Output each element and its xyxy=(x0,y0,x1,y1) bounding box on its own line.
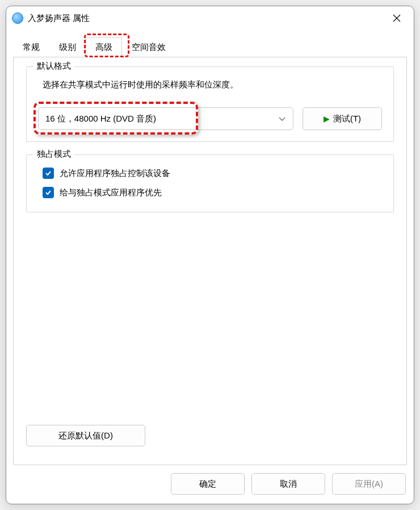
tab-general[interactable]: 常规 xyxy=(13,37,49,57)
content-area: 常规 级别 高级 空间音效 默认格式 选择在共享模式中运行时使用的采样频率和位深… xyxy=(6,30,414,465)
tab-strip: 常规 级别 高级 空间音效 xyxy=(13,37,407,57)
titlebar: 入梦扬声器 属性 xyxy=(6,6,414,30)
cancel-button[interactable]: 取消 xyxy=(251,473,325,495)
restore-defaults-label: 还原默认值(D) xyxy=(58,430,113,441)
format-row: 16 位，48000 Hz (DVD 音质) ▶ 测试(T) xyxy=(38,107,382,130)
close-icon xyxy=(393,14,401,22)
check-icon xyxy=(45,170,52,177)
play-icon: ▶ xyxy=(324,114,330,123)
checkbox-exclusive-priority[interactable] xyxy=(43,187,54,198)
test-button-label: 测试(T) xyxy=(333,114,361,124)
checkbox-row-exclusive-priority: 给与独占模式应用程序优先 xyxy=(38,187,382,198)
restore-defaults-button[interactable]: 还原默认值(D) xyxy=(26,425,145,446)
ok-button-label: 确定 xyxy=(199,479,216,490)
default-format-description: 选择在共享模式中运行时使用的采样频率和位深度。 xyxy=(38,80,382,90)
fieldset-default-format: 默认格式 选择在共享模式中运行时使用的采样频率和位深度。 16 位，48000 … xyxy=(26,66,394,142)
check-icon xyxy=(45,189,52,196)
cancel-button-label: 取消 xyxy=(280,479,297,490)
ok-button[interactable]: 确定 xyxy=(171,473,245,495)
chevron-down-icon xyxy=(278,115,286,123)
checkbox-label-exclusive-priority[interactable]: 给与独占模式应用程序优先 xyxy=(60,187,162,198)
spacer xyxy=(26,225,394,425)
test-button[interactable]: ▶ 测试(T) xyxy=(303,107,382,130)
window-title: 入梦扬声器 属性 xyxy=(28,13,90,24)
dialog-button-row: 确定 取消 应用(A) xyxy=(6,465,414,504)
close-button[interactable] xyxy=(385,10,408,26)
tab-advanced[interactable]: 高级 xyxy=(86,37,122,58)
sample-format-value: 16 位，48000 Hz (DVD 音质) xyxy=(45,114,156,124)
app-icon xyxy=(12,12,23,24)
checkbox-row-allow-exclusive: 允许应用程序独占控制该设备 xyxy=(38,168,382,179)
checkbox-allow-exclusive[interactable] xyxy=(43,168,54,179)
tab-levels[interactable]: 级别 xyxy=(49,37,86,57)
legend-exclusive-mode: 独占模式 xyxy=(33,149,74,160)
apply-button[interactable]: 应用(A) xyxy=(332,473,406,495)
sample-format-select[interactable]: 16 位，48000 Hz (DVD 音质) xyxy=(38,107,293,130)
apply-button-label: 应用(A) xyxy=(355,479,383,490)
legend-default-format: 默认格式 xyxy=(33,61,74,72)
tab-panel-advanced: 默认格式 选择在共享模式中运行时使用的采样频率和位深度。 16 位，48000 … xyxy=(13,57,407,465)
checkbox-label-allow-exclusive[interactable]: 允许应用程序独占控制该设备 xyxy=(60,168,170,179)
fieldset-exclusive-mode: 独占模式 允许应用程序独占控制该设备 给与独占模式应用程序优先 xyxy=(26,154,394,212)
properties-dialog: 入梦扬声器 属性 常规 级别 高级 空间音效 默认格式 选择在共享模式中运行时使… xyxy=(6,6,414,504)
tab-spatial[interactable]: 空间音效 xyxy=(122,37,175,57)
